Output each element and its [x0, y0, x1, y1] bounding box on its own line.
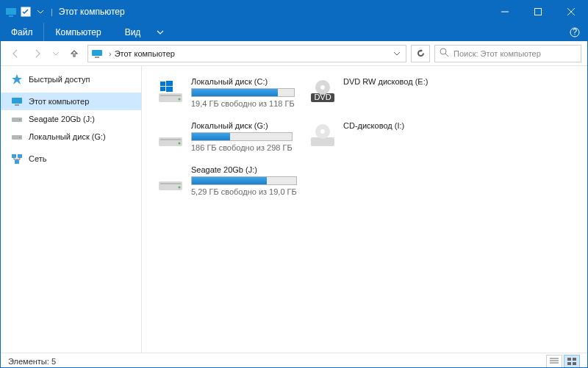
- breadcrumb-item[interactable]: Этот компьютер: [115, 49, 175, 58]
- drive-free-text: 5,29 ГБ свободно из 19,0 ГБ: [191, 187, 297, 196]
- view-details-button[interactable]: [546, 355, 562, 368]
- tab-computer[interactable]: Компьютер: [44, 23, 113, 41]
- sidebar-item[interactable]: Локальный диск (G:): [1, 128, 141, 145]
- search-icon: [440, 48, 449, 59]
- svg-rect-39: [160, 183, 181, 184]
- svg-rect-21: [159, 93, 182, 102]
- recent-dropdown-icon[interactable]: [51, 45, 61, 62]
- refresh-button[interactable]: [411, 45, 430, 62]
- drive-free-text: 186 ГБ свободно из 298 ГБ: [191, 143, 293, 152]
- svg-point-23: [179, 98, 181, 101]
- back-button[interactable]: [7, 45, 24, 62]
- drive-name: DVD RW дисковод (E:): [343, 77, 444, 86]
- svg-rect-18: [12, 154, 16, 158]
- svg-marker-11: [12, 74, 22, 84]
- sidebar-item[interactable]: Этот компьютер: [1, 93, 141, 110]
- svg-rect-24: [160, 82, 165, 86]
- forward-button[interactable]: [29, 45, 46, 62]
- sidebar-item[interactable]: Сеть: [1, 150, 141, 167]
- svg-point-34: [179, 142, 181, 145]
- help-button[interactable]: ?: [562, 23, 587, 41]
- titlebar-separator: |: [51, 7, 53, 16]
- drive-icon: [156, 77, 185, 107]
- svg-rect-47: [573, 362, 576, 365]
- drive-name: Локальный диск (G:): [191, 121, 293, 130]
- sidebar-item-label: Сеть: [29, 154, 46, 163]
- window-title: Этот компьютер: [59, 7, 125, 17]
- app-icon: [5, 6, 17, 18]
- sidebar-item-label: Seagate 20Gb (J:): [29, 115, 95, 123]
- svg-rect-19: [18, 154, 22, 158]
- close-button[interactable]: [554, 1, 587, 23]
- navigation-pane: Быстрый доступЭтот компьютерSeagate 20Gb…: [1, 66, 142, 353]
- address-bar[interactable]: › Этот компьютер: [87, 45, 406, 62]
- properties-icon[interactable]: [20, 6, 32, 18]
- search-box[interactable]: [434, 45, 581, 62]
- ribbon-expand-icon[interactable]: [152, 23, 168, 41]
- drive-icon: [156, 165, 185, 195]
- quick-access-toolbar: [1, 6, 46, 18]
- capacity-bar: [191, 88, 295, 97]
- address-dropdown-icon[interactable]: [391, 49, 403, 58]
- drive-icon: [308, 121, 337, 151]
- svg-rect-27: [166, 87, 173, 92]
- svg-rect-25: [166, 81, 173, 86]
- drive-icon: DVD: [308, 77, 337, 107]
- svg-rect-45: [573, 358, 576, 361]
- item-count: Элементы: 5: [8, 357, 56, 366]
- svg-rect-20: [15, 160, 19, 164]
- tab-file[interactable]: Файл: [1, 23, 44, 41]
- titlebar: | Этот компьютер: [1, 1, 587, 23]
- svg-rect-38: [159, 181, 182, 190]
- star-icon: [11, 73, 23, 85]
- drive-tile[interactable]: Локальный диск (C:)19,4 ГБ свободно из 1…: [152, 73, 295, 112]
- svg-rect-46: [567, 362, 571, 365]
- svg-text:DVD: DVD: [314, 93, 331, 101]
- svg-line-10: [445, 54, 448, 57]
- svg-point-40: [179, 187, 181, 189]
- capacity-bar: [191, 176, 297, 185]
- sidebar-item-label: Этот компьютер: [29, 97, 89, 106]
- up-button[interactable]: [65, 45, 83, 62]
- pc-icon: [91, 48, 103, 59]
- navigation-toolbar: › Этот компьютер: [1, 41, 587, 66]
- search-input[interactable]: [453, 49, 576, 58]
- svg-rect-12: [12, 98, 22, 104]
- drive-free-text: 19,4 ГБ свободно из 118 ГБ: [191, 99, 295, 108]
- drive-tile[interactable]: Локальный диск (G:)186 ГБ свободно из 29…: [152, 118, 295, 156]
- drive-name: Seagate 20Gb (J:): [191, 165, 297, 174]
- svg-point-37: [320, 129, 325, 134]
- svg-rect-33: [160, 139, 181, 140]
- drive-tile[interactable]: Seagate 20Gb (J:)5,29 ГБ свободно из 19,…: [152, 162, 295, 200]
- drive-tile[interactable]: CD-дисковод (I:): [304, 118, 448, 156]
- sidebar-item[interactable]: Быстрый доступ: [1, 71, 141, 88]
- sidebar-item[interactable]: Seagate 20Gb (J:): [1, 110, 141, 128]
- content-area: Локальный диск (C:)19,4 ГБ свободно из 1…: [142, 66, 587, 353]
- svg-point-15: [19, 119, 21, 120]
- drive-tile[interactable]: DVDDVD RW дисковод (E:): [304, 73, 448, 112]
- tab-view[interactable]: Вид: [113, 23, 153, 41]
- svg-rect-7: [92, 50, 102, 56]
- drive-name: Локальный диск (C:): [191, 77, 295, 86]
- qat-dropdown-icon[interactable]: [35, 6, 46, 18]
- view-tiles-button[interactable]: [564, 355, 580, 368]
- drive-icon: [11, 131, 23, 142]
- svg-rect-0: [6, 8, 16, 15]
- svg-rect-44: [567, 358, 571, 361]
- pc-icon: [11, 95, 23, 107]
- svg-point-17: [19, 137, 21, 138]
- network-icon: [11, 153, 23, 165]
- chevron-right-icon[interactable]: ›: [109, 49, 112, 58]
- minimize-button[interactable]: [488, 1, 521, 23]
- drive-icon: [156, 121, 185, 151]
- svg-text:?: ?: [573, 27, 577, 36]
- svg-point-9: [440, 48, 446, 54]
- svg-rect-32: [159, 137, 182, 146]
- capacity-bar: [191, 132, 293, 141]
- svg-rect-26: [160, 87, 165, 91]
- ribbon-tabs: Файл Компьютер Вид ?: [1, 23, 587, 41]
- svg-rect-22: [160, 95, 181, 96]
- drive-name: CD-дисковод (I:): [343, 121, 444, 130]
- maximize-button[interactable]: [521, 1, 554, 23]
- svg-rect-13: [15, 104, 19, 106]
